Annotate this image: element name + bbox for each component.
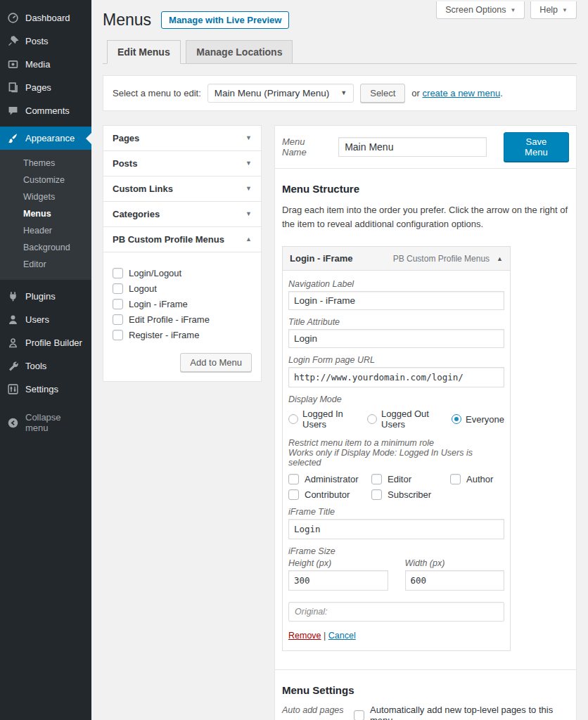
sidebar-item-pages[interactable]: Pages [0, 76, 91, 99]
submenu-item-background[interactable]: Background [0, 239, 91, 256]
chevron-down-icon: ▼ [245, 134, 252, 141]
sidebar-item-comments[interactable]: Comments [0, 99, 91, 122]
chevron-up-icon[interactable]: ▲ [497, 255, 503, 262]
accordion-pages-header[interactable]: Pages ▼ [103, 126, 261, 150]
radio-button-selected[interactable] [452, 414, 461, 424]
pb-menu-items-list: ✓ Login/Logout ✓ Logout ✓ Login - iFrame… [103, 252, 262, 382]
login-form-url-label: Login Form page URL [288, 355, 504, 365]
sentence-period: . [500, 88, 503, 98]
sidebar-item-dashboard[interactable]: Dashboard [0, 6, 91, 30]
iframe-title-label: iFrame Title [288, 507, 504, 517]
sidebar-item-plugins[interactable]: Plugins [0, 285, 91, 308]
menu-item-handle[interactable]: Login - iFrame PB Custom Profile Menus ▲ [282, 246, 511, 271]
checkbox[interactable]: ✓ [371, 489, 382, 500]
sidebar-item-label: Media [25, 59, 50, 70]
role-editor[interactable]: ✓ Editor [371, 474, 450, 484]
help-button[interactable]: Help ▼ [530, 1, 577, 19]
sidebar-item-users[interactable]: Users [0, 308, 91, 331]
radio-label: Logged Out Users [381, 409, 437, 430]
radio-button[interactable] [288, 414, 298, 424]
cancel-item-link[interactable]: Cancel [328, 631, 356, 641]
sidebar-item-appearance[interactable]: Appearance [0, 127, 91, 150]
checkbox[interactable]: ✓ [113, 268, 123, 278]
radio-logged-in-users[interactable]: Logged In Users [288, 409, 353, 430]
radio-everyone[interactable]: Everyone [452, 414, 504, 425]
sidebar-item-settings[interactable]: Settings [0, 378, 91, 401]
iframe-height-input[interactable] [288, 570, 388, 591]
wrench-icon [7, 360, 19, 372]
menu-editor-panel: Menu Name Save Menu Menu Structure Drag … [274, 125, 577, 720]
navigation-label-input[interactable] [288, 291, 504, 310]
checkbox[interactable]: ✓ [288, 489, 299, 500]
checkbox[interactable]: ✓ [113, 283, 123, 294]
tab-manage-locations[interactable]: Manage Locations [186, 40, 293, 63]
restrict-role-title: Restrict menu item to a minimum role [288, 438, 504, 448]
collapse-menu-button[interactable]: Collapse menu [0, 406, 91, 439]
list-item-edit-profile-iframe[interactable]: ✓ Edit Profile - iFrame [113, 314, 252, 325]
radio-button[interactable] [367, 414, 377, 424]
login-form-url-input[interactable] [288, 367, 504, 387]
sidebar-item-posts[interactable]: Posts [0, 30, 91, 53]
save-menu-button-top[interactable]: Save Menu [504, 132, 569, 162]
role-subscriber[interactable]: ✓ Subscriber [371, 489, 450, 500]
item-label: Login/Logout [129, 268, 181, 278]
iframe-width-input[interactable] [405, 570, 505, 591]
title-attribute-input[interactable] [288, 329, 504, 348]
submenu-item-customize[interactable]: Customize [0, 172, 91, 188]
checkbox[interactable]: ✓ [354, 710, 364, 720]
checkbox[interactable]: ✓ [113, 314, 123, 325]
list-item-logout[interactable]: ✓ Logout [113, 283, 252, 294]
remove-item-link[interactable]: Remove [288, 631, 321, 641]
tab-edit-menus[interactable]: Edit Menus [107, 40, 181, 64]
submenu-item-widgets[interactable]: Widgets [0, 188, 91, 205]
list-item-login-iframe[interactable]: ✓ Login - iFrame [113, 299, 252, 309]
accordion-label: PB Custom Profile Menus [113, 234, 224, 245]
auto-add-pages-option[interactable]: ✓ Automatically add new top-level pages … [354, 705, 569, 720]
chevron-down-icon: ▼ [340, 89, 347, 96]
role-checkboxes: ✓ Administrator ✓ Editor ✓ Author [288, 474, 504, 500]
radio-logged-out-users[interactable]: Logged Out Users [367, 409, 437, 430]
accordion-posts-header[interactable]: Posts ▼ [103, 151, 261, 176]
sliders-icon [7, 383, 19, 395]
wordpress-admin-page: Dashboard Posts Media Pages Comments [0, 0, 588, 720]
sidebar-item-label: Posts [25, 36, 49, 46]
add-to-menu-button[interactable]: Add to Menu [180, 353, 252, 372]
select-button[interactable]: Select [360, 84, 405, 103]
checkbox[interactable]: ✓ [450, 474, 461, 484]
role-administrator[interactable]: ✓ Administrator [288, 474, 371, 484]
screen-options-button[interactable]: Screen Options ▼ [436, 1, 525, 19]
restrict-role-note: Works only if Display Mode: Logged In Us… [288, 448, 504, 468]
item-label: Register - iFrame [129, 330, 199, 340]
accordion-categories-header[interactable]: Categories ▼ [103, 202, 261, 226]
accordion-pb-header[interactable]: PB Custom Profile Menus ▲ [103, 227, 261, 252]
role-author[interactable]: ✓ Author [450, 474, 504, 484]
sidebar-item-media[interactable]: Media [0, 53, 91, 76]
user-icon [7, 314, 19, 326]
checkbox[interactable]: ✓ [371, 474, 382, 484]
checkbox[interactable]: ✓ [288, 474, 299, 484]
item-label: Logout [129, 283, 157, 294]
submenu-item-header[interactable]: Header [0, 222, 91, 239]
admin-sidebar: Dashboard Posts Media Pages Comments [0, 0, 91, 720]
list-item-login-logout[interactable]: ✓ Login/Logout [113, 268, 252, 278]
submenu-item-editor[interactable]: Editor [0, 256, 91, 273]
role-contributor[interactable]: ✓ Contributor [288, 489, 371, 500]
sidebar-item-profile-builder[interactable]: Profile Builder [0, 331, 91, 354]
menu-structure-title: Menu Structure [282, 183, 569, 195]
list-item-register-iframe[interactable]: ✓ Register - iFrame [113, 330, 252, 340]
role-label: Contributor [305, 489, 350, 500]
checkbox[interactable]: ✓ [113, 299, 123, 309]
menu-select-dropdown[interactable]: Main Menu (Primary Menu) ▼ [207, 84, 354, 103]
submenu-item-themes[interactable]: Themes [0, 155, 91, 172]
sidebar-item-tools[interactable]: Tools [0, 354, 91, 378]
menu-name-input[interactable] [338, 137, 487, 157]
submenu-item-menus[interactable]: Menus [0, 205, 91, 222]
accordion-custom-links-header[interactable]: Custom Links ▼ [103, 176, 261, 201]
checkbox[interactable]: ✓ [113, 330, 123, 340]
sidebar-item-label: Settings [25, 384, 58, 394]
iframe-title-input[interactable] [288, 519, 504, 539]
comment-bubble-icon [7, 105, 19, 117]
item-label: Login - iFrame [129, 299, 188, 309]
create-new-menu-link[interactable]: create a new menu [423, 88, 501, 98]
manage-live-preview-button[interactable]: Manage with Live Preview [161, 11, 289, 29]
